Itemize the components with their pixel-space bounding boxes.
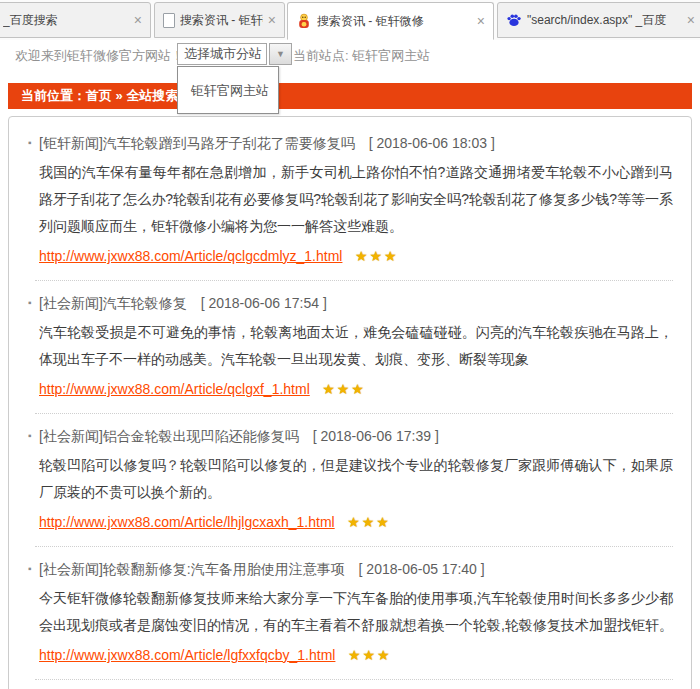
search-result-item: ▪ [社会新闻]铝合金轮毂出现凹陷还能修复吗 [ 2018-06-06 17:3… xyxy=(23,414,673,547)
result-title: 汽车轮毂修复 xyxy=(103,295,187,311)
result-link-row: http://www.jxwx88.com/Article/qclgxf_1.h… xyxy=(39,377,673,401)
result-title: 铝合金轮毂出现凹陷还能修复吗 xyxy=(103,428,299,444)
tab-label: 搜索资讯 - 钜轩微修 xyxy=(180,12,263,29)
bullet-icon: ▪ xyxy=(28,138,32,148)
bullet-icon: ▪ xyxy=(28,564,32,574)
result-title-row[interactable]: [社会新闻]铝合金轮毂出现凹陷还能修复吗 [ 2018-06-06 17:39 … xyxy=(39,426,673,446)
result-title-row[interactable]: [社会新闻]汽车轮毂修复 [ 2018-06-06 17:54 ] xyxy=(39,293,673,313)
tab-search-news-active[interactable]: 搜索资讯 - 钜轩微修 × xyxy=(287,2,494,40)
result-date: [ 2018-06-05 17:40 ] xyxy=(359,561,485,577)
browser-tab-strip: _百度搜索 × 搜索资讯 - 钜轩微修 × 搜索资讯 - 钜轩微修 × "sea… xyxy=(0,0,700,40)
star-rating-icon: ★★★ xyxy=(348,647,392,663)
welcome-text: 欢迎来到钜轩微修官方网站！ xyxy=(15,47,184,65)
tab-label: _百度搜索 xyxy=(3,12,129,29)
result-link-row: http://www.jxwx88.com/Article/lhjlgcxaxh… xyxy=(39,510,673,534)
result-snippet: 我国的汽车保有量每年都在急剧增加，新手女司机上路你怕不怕?道路交通拥堵爱车轮毂不… xyxy=(39,159,673,240)
result-snippet: 轮毂凹陷可以修复吗？轮毂凹陷可以修复的，但是建议找个专业的轮毂修复厂家跟师傅确认… xyxy=(39,452,673,506)
search-result-item: ▪ [社会新闻]汽车轮毂修复 [ 2018-06-06 17:54 ] 汽车轮毂… xyxy=(23,281,673,414)
result-snippet: 汽车轮毂受损是不可避免的事情，轮毂离地面太近，难免会磕磕碰碰。闪亮的汽车轮毂疾驰… xyxy=(39,319,673,373)
result-date: [ 2018-06-06 18:03 ] xyxy=(369,135,495,151)
result-link[interactable]: http://www.jxwx88.com/Article/lhjlgcxaxh… xyxy=(39,514,335,530)
result-title: 汽车轮毂蹭到马路牙子刮花了需要修复吗 xyxy=(103,135,355,151)
current-site-text: 当前站点: 钜轩官网主站 xyxy=(293,47,430,65)
star-rating-icon: ★★★ xyxy=(347,514,391,530)
city-select[interactable]: 选择城市分站 xyxy=(177,43,267,65)
result-link[interactable]: http://www.jxwx88.com/Article/qclgcdmlyz… xyxy=(39,248,342,264)
site-header-bar: 欢迎来到钜轩微修官方网站！ 选择城市分站 ▼ 当前站点: 钜轩官网主站 xyxy=(0,40,700,83)
result-link-row: http://www.jxwx88.com/Article/qclgcdmlyz… xyxy=(39,244,673,268)
page-icon xyxy=(163,13,175,28)
tab-label: "search/index.aspx" _百度 xyxy=(527,12,682,29)
close-icon[interactable]: × xyxy=(687,13,695,27)
result-category: [钜轩新闻] xyxy=(39,135,103,151)
breadcrumb: 当前位置：首页 » 全站搜索 xyxy=(8,83,692,109)
result-link-row: http://www.jxwx88.com/Article/lgfxxfqcby… xyxy=(39,643,673,667)
star-rating-icon: ★★★ xyxy=(355,248,399,264)
result-category: [社会新闻] xyxy=(39,561,103,577)
tab-search-news-1[interactable]: 搜索资讯 - 钜轩微修 × xyxy=(154,2,285,38)
city-dropdown-item[interactable]: 钜轩官网主站 xyxy=(178,67,278,100)
result-category: [社会新闻] xyxy=(39,295,103,311)
result-link[interactable]: http://www.jxwx88.com/Article/qclgxf_1.h… xyxy=(39,381,310,397)
breadcrumb-text: 当前位置：首页 » 全站搜索 xyxy=(21,87,178,105)
close-icon[interactable]: × xyxy=(134,13,142,27)
bullet-icon: ▪ xyxy=(28,431,32,441)
result-title-row[interactable]: [钜轩新闻]汽车轮毂蹭到马路牙子刮花了需要修复吗 [ 2018-06-06 18… xyxy=(39,133,673,153)
result-category: [社会新闻] xyxy=(39,428,103,444)
star-rating-icon: ★★★ xyxy=(322,381,366,397)
bullet-icon: ▪ xyxy=(28,298,32,308)
result-title-row[interactable]: [社会新闻]轮毂翻新修复:汽车备用胎使用注意事项 [ 2018-06-05 17… xyxy=(39,559,673,579)
close-icon[interactable]: × xyxy=(477,14,485,28)
city-dropdown-panel: 钜轩官网主站 xyxy=(177,66,279,114)
result-date: [ 2018-06-06 17:54 ] xyxy=(201,295,327,311)
search-result-item: ▪ [常见问答]汽车大灯壳如何修复翻新处理 [ 2018-06-05 15:33… xyxy=(23,680,673,689)
search-result-item: ▪ [钜轩新闻]汽车轮毂蹭到马路牙子刮花了需要修复吗 [ 2018-06-06 … xyxy=(23,121,673,281)
tab-baidu-search-left[interactable]: _百度搜索 × xyxy=(0,2,151,38)
result-snippet: 今天钜轩微修轮毂翻新修复技师来给大家分享一下汽车备胎的使用事项,汽车轮毂使用时间… xyxy=(39,585,673,639)
tab-baidu-search-right[interactable]: "search/index.aspx" _百度 × xyxy=(497,2,700,38)
result-link[interactable]: http://www.jxwx88.com/Article/lgfxxfqcby… xyxy=(39,647,335,663)
tab-label: 搜索资讯 - 钜轩微修 xyxy=(317,13,472,30)
result-title: 轮毂翻新修复:汽车备用胎使用注意事项 xyxy=(103,561,345,577)
search-results-box: ▪ [钜轩新闻]汽车轮毂蹭到马路牙子刮花了需要修复吗 [ 2018-06-06 … xyxy=(8,116,692,689)
chevron-down-icon: ▼ xyxy=(276,49,285,59)
baidu-paw-icon xyxy=(506,12,522,28)
mascot-favicon-icon xyxy=(296,13,312,29)
result-date: [ 2018-06-06 17:39 ] xyxy=(313,428,439,444)
search-result-item: ▪ [社会新闻]轮毂翻新修复:汽车备用胎使用注意事项 [ 2018-06-05 … xyxy=(23,547,673,680)
city-select-caret-button[interactable]: ▼ xyxy=(269,43,292,65)
close-icon[interactable]: × xyxy=(268,13,276,27)
